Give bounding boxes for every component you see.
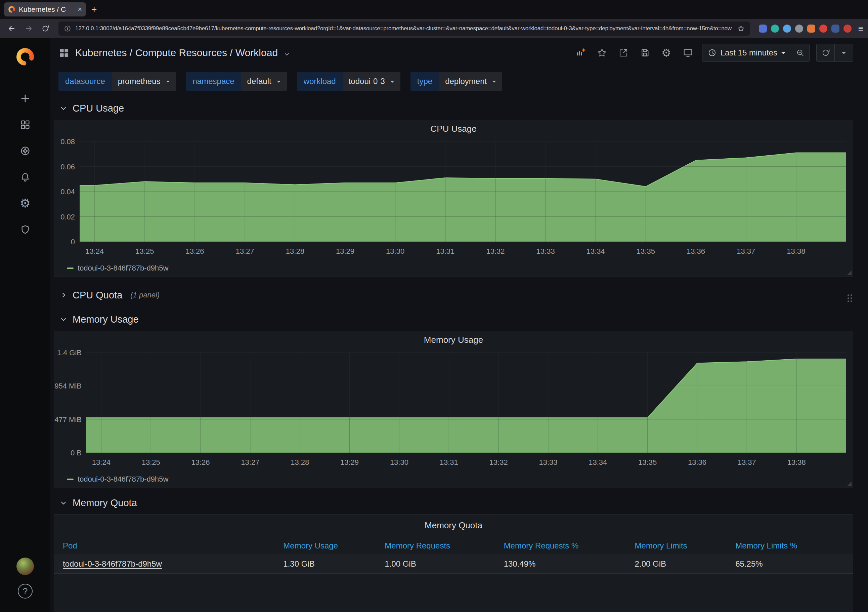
panel-title[interactable]: Memory Quota [54, 514, 853, 536]
panel-title[interactable]: Memory Usage [54, 331, 853, 348]
panel-title[interactable]: CPU Usage [54, 120, 853, 137]
cycle-view-button[interactable] [680, 45, 695, 60]
chart-legend[interactable]: todoui-0-3-846f787b-d9h5w [54, 472, 853, 487]
sidebar-explore-compass-icon[interactable] [0, 138, 50, 164]
sidebar-admin-shield-icon[interactable] [0, 216, 50, 243]
apps-grid-icon[interactable] [59, 47, 70, 59]
table-cell-memory-usage: 1.30 GiB [274, 554, 376, 574]
extension-icon[interactable] [831, 25, 839, 33]
extension-icon[interactable] [783, 25, 791, 33]
svg-text:13:32: 13:32 [486, 247, 505, 255]
memory-usage-chart[interactable]: 0 B477 MiB954 MiB1.4 GiB13:2413:2513:261… [54, 348, 853, 472]
bookmark-star-icon[interactable] [737, 25, 745, 32]
panel-resize-handle[interactable] [847, 270, 851, 275]
variable-value-dropdown[interactable]: todoui-0-3 [343, 72, 400, 91]
star-button[interactable] [595, 45, 609, 60]
legend-series-name[interactable]: todoui-0-3-846f787b-d9h5w [78, 264, 168, 273]
refresh-interval-dropdown[interactable] [835, 44, 853, 62]
variable-value-dropdown[interactable]: prometheus [112, 72, 176, 91]
browser-window: Kubernetes / C × + 127.0.0.1:3002/d/a164… [0, 0, 868, 612]
column-header-memory-limits-pct[interactable]: Memory Limits % [727, 537, 853, 554]
variable-value: prometheus [118, 77, 161, 86]
add-panel-button[interactable] [573, 45, 588, 60]
table-cell-memory-requests-pct: 130.49% [495, 554, 626, 574]
dashboard-toolbar: ⚙ Last 15 minutes [573, 44, 853, 62]
reload-button[interactable] [38, 22, 53, 36]
zoom-out-button[interactable] [791, 44, 809, 62]
section-panel-count: (1 panel) [130, 291, 160, 300]
variable-value-dropdown[interactable]: deployment [439, 72, 502, 91]
extension-icon[interactable] [795, 25, 803, 33]
table-cell-memory-limits-pct: 65.25% [727, 554, 853, 574]
section-memory-usage[interactable]: Memory Usage [54, 310, 853, 329]
dashboard-header: Kubernetes / Compute Resources / Workloa… [54, 38, 853, 67]
extension-icon[interactable] [759, 25, 767, 33]
dashboard-title[interactable]: Kubernetes / Compute Resources / Workloa… [75, 47, 278, 59]
refresh-button[interactable] [817, 44, 835, 62]
cpu-usage-chart[interactable]: 00.020.040.060.0813:2413:2513:2613:2713:… [54, 137, 853, 261]
column-header-pod[interactable]: Pod [54, 537, 274, 554]
svg-text:13:37: 13:37 [738, 458, 756, 466]
drag-handle-icon[interactable] [848, 294, 849, 296]
svg-text:477 MiB: 477 MiB [54, 415, 82, 424]
svg-text:0.02: 0.02 [60, 213, 75, 221]
memory-usage-panel[interactable]: Memory Usage 0 B477 MiB954 MiB1.4 GiB13:… [54, 331, 853, 488]
share-button[interactable] [616, 45, 631, 60]
extension-icon[interactable] [807, 25, 815, 33]
extension-icon[interactable] [843, 25, 851, 33]
svg-text:0.08: 0.08 [60, 137, 75, 146]
cpu-usage-panel[interactable]: CPU Usage 00.020.040.060.0813:2413:2513:… [54, 120, 853, 277]
panel-resize-handle[interactable] [847, 482, 851, 486]
tab-close-icon[interactable]: × [78, 5, 82, 14]
column-header-memory-requests-pct[interactable]: Memory Requests % [495, 537, 626, 554]
variable-chip-datasource: datasource prometheus [59, 72, 176, 91]
chevron-down-icon[interactable] [283, 50, 291, 58]
caret-down-icon [166, 81, 170, 85]
sidebar-dashboards-icon[interactable] [0, 112, 50, 138]
forward-button[interactable] [22, 22, 36, 36]
table-cell-memory-limits: 2.00 GiB [626, 554, 727, 574]
section-memory-quota[interactable]: Memory Quota [54, 493, 853, 512]
grafana-logo[interactable] [16, 47, 35, 67]
user-avatar[interactable] [17, 558, 34, 575]
dashboard-settings-button[interactable]: ⚙ [659, 45, 674, 60]
variable-chip-workload: workload todoui-0-3 [297, 72, 400, 91]
help-icon[interactable]: ? [18, 584, 33, 598]
sidebar-alerting-bell-icon[interactable] [0, 164, 50, 190]
memory-quota-panel[interactable]: Memory Quota Pod Memory Usage Memory Req… [54, 514, 853, 612]
svg-text:13:27: 13:27 [241, 458, 259, 466]
section-cpu-quota[interactable]: CPU Quota (1 panel) [54, 286, 853, 304]
browser-tab[interactable]: Kubernetes / C × [4, 2, 86, 17]
extension-icon[interactable] [771, 25, 779, 33]
url-bar[interactable]: 127.0.0.1:3002/d/a164a7f0339f99e89cea5cb… [59, 22, 750, 36]
site-info-icon[interactable] [64, 25, 71, 32]
svg-text:13:29: 13:29 [336, 247, 354, 255]
variable-chip-type: type deployment [411, 72, 502, 91]
dashboard-main: Kubernetes / Compute Resources / Workloa… [50, 38, 868, 612]
sidebar-create-icon[interactable] [0, 85, 50, 112]
column-header-memory-limits[interactable]: Memory Limits [626, 537, 727, 554]
grafana-sidebar: ⚙ ? [0, 38, 50, 612]
legend-series-name[interactable]: todoui-0-3-846f787b-d9h5w [78, 475, 168, 484]
variable-label: workload [297, 72, 343, 91]
back-button[interactable] [5, 22, 19, 36]
time-range-picker[interactable]: Last 15 minutes [702, 44, 791, 62]
new-tab-button[interactable]: + [91, 4, 97, 15]
grafana-favicon [8, 6, 16, 13]
browser-menu-icon[interactable]: ≡ [858, 23, 863, 34]
caret-down-icon [390, 81, 394, 85]
save-button[interactable] [637, 45, 653, 60]
section-cpu-usage[interactable]: CPU Usage [54, 99, 853, 118]
table-cell-pod-link[interactable]: todoui-0-3-846f787b-d9h5w [54, 554, 274, 574]
svg-text:13:32: 13:32 [490, 458, 508, 466]
section-title: Memory Usage [73, 314, 139, 325]
column-header-memory-usage[interactable]: Memory Usage [274, 537, 376, 554]
variable-label: datasource [59, 72, 112, 91]
svg-text:13:28: 13:28 [286, 247, 304, 255]
chart-legend[interactable]: todoui-0-3-846f787b-d9h5w [54, 261, 853, 276]
extension-icon[interactable] [819, 25, 827, 33]
column-header-memory-requests[interactable]: Memory Requests [376, 537, 495, 554]
sidebar-configuration-gear-icon[interactable]: ⚙ [0, 190, 50, 216]
variable-value-dropdown[interactable]: default [241, 72, 287, 91]
svg-text:13:24: 13:24 [92, 458, 110, 466]
